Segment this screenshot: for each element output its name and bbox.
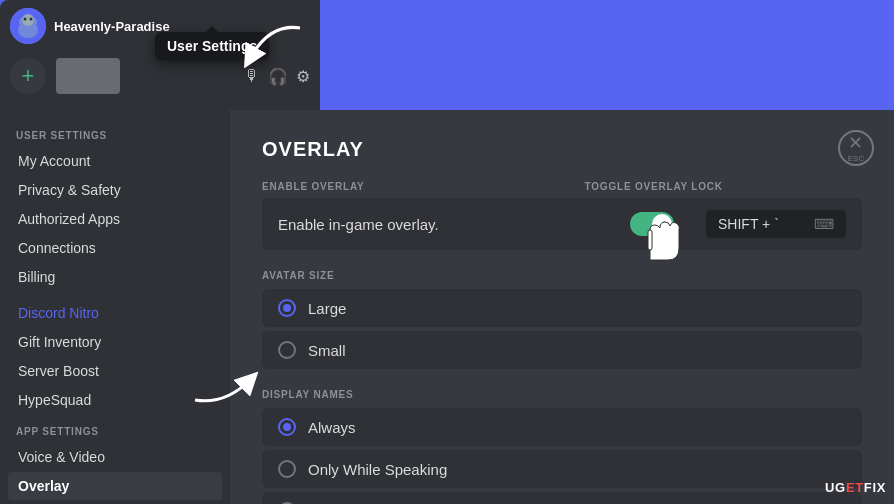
enable-ingame-label: Enable in-game overlay.	[278, 216, 630, 233]
svg-rect-7	[648, 230, 652, 250]
user-settings-section-label: USER SETTINGS	[8, 126, 222, 145]
sidebar-item-my-account[interactable]: My Account	[8, 147, 222, 175]
sidebar: USER SETTINGS My Account Privacy & Safet…	[0, 110, 230, 504]
add-server-button[interactable]: +	[10, 58, 46, 94]
sidebar-item-authorized-apps[interactable]: Authorized Apps	[8, 205, 222, 233]
watermark: UGETFIX	[825, 478, 886, 496]
display-names-group: DISPLAY NAMES Always Only While Speaking…	[262, 389, 862, 504]
radio-large-dot	[283, 304, 291, 312]
display-always-label: Always	[308, 419, 356, 436]
radio-small-circle	[278, 341, 296, 359]
sidebar-item-overlay[interactable]: Overlay	[8, 472, 222, 500]
server-avatar	[10, 8, 46, 44]
display-while-speaking[interactable]: Only While Speaking	[262, 450, 862, 488]
radio-always-dot	[283, 423, 291, 431]
keybind-box[interactable]: SHIFT + ` ⌨	[706, 210, 846, 238]
sidebar-item-gift-inventory[interactable]: Gift Inventory	[8, 328, 222, 356]
close-icon: ✕	[848, 134, 863, 152]
sidebar-item-connections[interactable]: Connections	[8, 234, 222, 262]
keybind-text: SHIFT + `	[718, 216, 814, 232]
display-names-label: DISPLAY NAMES	[262, 389, 862, 400]
settings-panel: USER SETTINGS My Account Privacy & Safet…	[0, 110, 894, 504]
display-speaking-label: Only While Speaking	[308, 461, 447, 478]
sidebar-item-discord-nitro[interactable]: Discord Nitro	[8, 299, 222, 327]
enable-overlay-row: Enable in-game overlay. ✓ SHIFT + ` ⌨	[262, 198, 862, 250]
display-never[interactable]: Never	[262, 492, 862, 504]
page-title: OVERLAY	[262, 138, 862, 161]
svg-point-5	[24, 18, 27, 21]
svg-point-6	[30, 18, 33, 21]
app-settings-section-label: APP SETTINGS	[8, 422, 222, 441]
radio-always-circle	[278, 418, 296, 436]
main-content: ✕ ESC OVERLAY ENABLE OVERLAY TOGGLE OVER…	[230, 110, 894, 504]
user-avatar-strip	[56, 58, 120, 94]
watermark-highlight: ET	[846, 480, 864, 495]
display-always[interactable]: Always	[262, 408, 862, 446]
avatar-size-small[interactable]: Small	[262, 331, 862, 369]
enable-overlay-label: ENABLE OVERLAY	[262, 181, 365, 192]
arrow-annotation-2	[185, 360, 265, 414]
enable-overlay-group: ENABLE OVERLAY TOGGLE OVERLAY LOCK Enabl…	[262, 181, 862, 250]
server-name: Heavenly-Paradise	[54, 19, 170, 34]
keyboard-icon: ⌨	[814, 216, 834, 232]
sidebar-item-voice-video[interactable]: Voice & Video	[8, 443, 222, 471]
sidebar-item-privacy-safety[interactable]: Privacy & Safety	[8, 176, 222, 204]
svg-point-4	[22, 14, 34, 26]
avatar-size-group: AVATAR SIZE Large Small	[262, 270, 862, 369]
cursor-hand	[630, 210, 680, 278]
avatar-size-label: AVATAR SIZE	[262, 270, 862, 281]
watermark-text: UGETFIX	[825, 480, 886, 495]
sidebar-item-billing[interactable]: Billing	[8, 263, 222, 291]
avatar-large-label: Large	[308, 300, 346, 317]
close-label: ESC	[848, 154, 864, 163]
close-button[interactable]: ✕ ESC	[838, 130, 874, 166]
avatar-size-large[interactable]: Large	[262, 289, 862, 327]
radio-large-circle	[278, 299, 296, 317]
avatar-small-label: Small	[308, 342, 346, 359]
arrow-annotation-1	[240, 18, 320, 72]
toggle-lock-label: TOGGLE OVERLAY LOCK	[585, 181, 723, 192]
radio-speaking-circle	[278, 460, 296, 478]
